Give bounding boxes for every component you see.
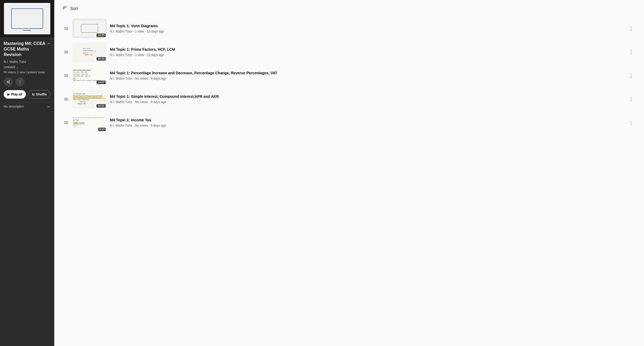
video-more-button[interactable]: ⋮ — [627, 48, 635, 56]
more-dots-icon: ⋮ — [18, 80, 22, 84]
sketch-underline — [23, 30, 31, 31]
video-meta: N.I. Maths Tutor · No views · 9 days ago — [110, 77, 624, 80]
more-options-button[interactable]: ⋮ — [15, 77, 24, 86]
share-button[interactable] — [4, 77, 13, 86]
video-meta: N.I. Maths Tutor · No views · 9 days ago — [110, 124, 624, 127]
duration-badge: 16:01 — [97, 104, 106, 108]
video-list: 10:03 M4 Topic 1: Venn Diagrams N.I. Mat… — [62, 17, 636, 134]
play-shuffle-row: ▶ Play all ⇆ Shuffle — [4, 90, 51, 99]
sort-icon — [62, 5, 67, 12]
edit-description-icon[interactable]: ✏ — [47, 105, 51, 109]
video-more-button[interactable]: ⋮ — [627, 119, 635, 127]
drag-handle[interactable] — [63, 74, 69, 77]
sort-label: Sort — [70, 6, 78, 11]
drag-handle[interactable] — [63, 121, 69, 124]
list-item[interactable]: John: Your Gross Pay is your total earni… — [62, 111, 636, 134]
title-row: Mastering M4: CCEA GCSE Maths Revision ✏ — [4, 41, 51, 57]
thumbnail-sketch — [4, 3, 50, 35]
video-thumbnail: Reverse Percentage Change 75% = £20 75% … — [72, 66, 107, 85]
visibility-row[interactable]: Unlisted ⌄ — [4, 65, 51, 69]
video-more-button[interactable]: ⋮ — [627, 95, 635, 103]
shuffle-label: Shuffle — [36, 93, 47, 96]
video-title: M4 Topic 1: Percentage Increase and Decr… — [110, 71, 624, 75]
video-thumbnail: 10:03 — [72, 19, 107, 38]
duration-badge: 9:13 — [98, 128, 106, 131]
list-item[interactable]: 10:03 M4 Topic 1: Venn Diagrams N.I. Mat… — [62, 17, 636, 40]
channel-name: N.I. Maths Tutor — [4, 60, 51, 64]
list-item[interactable]: in 3 mths 190 in 3yrs Repeated Proportio… — [62, 88, 636, 110]
list-item[interactable]: Reverse Percentage Change 75% = £20 75% … — [62, 64, 636, 87]
play-all-label: Play all — [11, 93, 22, 96]
thumb-rect-inner — [81, 24, 98, 33]
playlist-title: Mastering M4: CCEA GCSE Maths Revision — [4, 41, 46, 57]
video-title: M4 Topic 1: Simple interest, Compound in… — [110, 94, 624, 99]
shuffle-button[interactable]: ⇆ Shuffle — [28, 90, 51, 99]
description-row: No description ✏ — [4, 102, 51, 109]
duration-badge: 14:07 — [97, 81, 106, 84]
duration-badge: 10:03 — [97, 34, 106, 37]
video-title: M4 Topic 1: Income Tax — [110, 118, 624, 122]
video-thumbnail: in 3 mths 190 in 3yrs Repeated Proportio… — [72, 89, 107, 109]
playlist-sidebar: Mastering M4: CCEA GCSE Maths Revision ✏… — [0, 0, 54, 346]
edit-title-icon[interactable]: ✏ — [47, 41, 51, 46]
shuffle-icon: ⇆ — [32, 93, 34, 96]
visibility-label: Unlisted — [4, 65, 15, 69]
duration-badge: 20:54 — [97, 57, 106, 61]
drag-handle[interactable] — [63, 27, 69, 30]
video-list-panel: Sort 10:03 M4 Topic 1: Venn Diagrams N.I… — [54, 0, 644, 346]
video-info: M4 Topic 1: Percentage Increase and Decr… — [110, 71, 624, 80]
video-meta: N.I. Maths Tutor · No views · 9 days ago — [110, 100, 624, 104]
panel-content: Mastering M4: CCEA GCSE Maths Revision ✏… — [0, 37, 54, 341]
description-text: No description — [4, 105, 24, 108]
stats-row: 50 videos 1 view Updated today — [4, 71, 51, 74]
sort-bar[interactable]: Sort — [62, 5, 636, 12]
play-all-button[interactable]: ▶ Play all — [4, 90, 26, 99]
video-title: M4 Topic 1: Prime Factors, HCF, LCM — [110, 47, 624, 52]
list-item[interactable]: 5²0 = 2³×5 5²0=(2²×5)×(25×__) one = 5 = … — [62, 41, 636, 63]
video-title: M4 Topic 1: Venn Diagrams — [110, 24, 624, 28]
sketch-rect — [11, 8, 43, 29]
video-meta: N.I. Maths Tutor · 1 view · 13 days ago — [110, 53, 624, 57]
play-icon: ▶ — [7, 93, 10, 96]
video-more-button[interactable]: ⋮ — [627, 25, 635, 33]
video-meta: N.I. Maths Tutor · 1 view · 13 days ago — [110, 30, 624, 33]
video-info: M4 Topic 1: Prime Factors, HCF, LCM N.I.… — [110, 47, 624, 57]
action-buttons: ⋮ — [4, 77, 51, 86]
video-info: M4 Topic 1: Income Tax N.I. Maths Tutor … — [110, 118, 624, 127]
chevron-down-icon: ⌄ — [16, 66, 18, 69]
playlist-thumbnail — [0, 0, 54, 37]
drag-handle[interactable] — [63, 51, 69, 53]
video-more-button[interactable]: ⋮ — [627, 72, 635, 80]
video-thumbnail: 5²0 = 2³×5 5²0=(2²×5)×(25×__) one = 5 = … — [72, 42, 107, 62]
video-info: M4 Topic 1: Venn Diagrams N.I. Maths Tut… — [110, 24, 624, 33]
video-thumbnail: John: Your Gross Pay is your total earni… — [72, 113, 107, 132]
drag-handle[interactable] — [63, 98, 69, 100]
video-info: M4 Topic 1: Simple interest, Compound in… — [110, 94, 624, 104]
